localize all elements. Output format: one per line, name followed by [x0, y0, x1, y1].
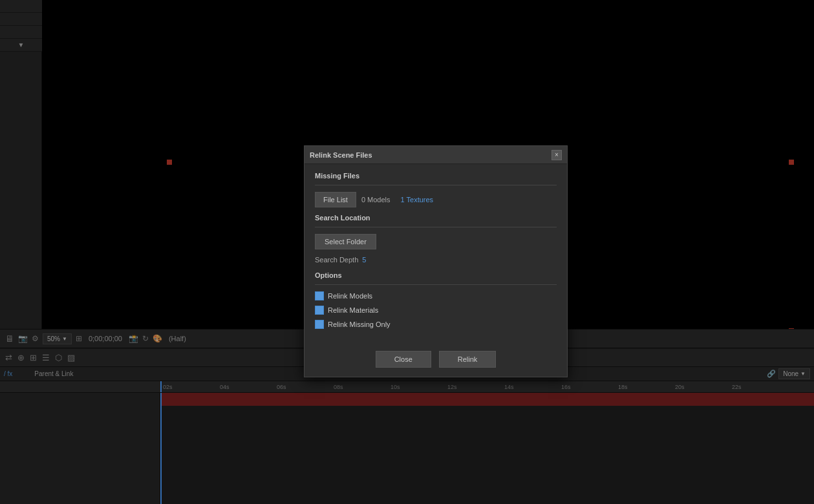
dialog-close-button[interactable]: ×: [552, 150, 562, 160]
dialog-body: Missing Files File List 0 Models 1 Textu…: [305, 164, 567, 344]
close-button[interactable]: Close: [376, 351, 431, 368]
dialog-titlebar: Relink Scene Files ×: [305, 146, 567, 164]
relink-materials-row: Relink Materials: [315, 306, 557, 315]
dialog-footer: Close Relink: [305, 344, 567, 377]
search-location-label: Search Location: [315, 214, 557, 222]
models-count-value: 0 Models: [361, 196, 391, 204]
search-depth-row: Search Depth 5: [315, 256, 557, 264]
search-depth-label: Search Depth: [315, 256, 358, 264]
relink-models-row: Relink Models: [315, 291, 557, 300]
textures-count: 1 Textures: [401, 196, 434, 204]
relink-button[interactable]: Relink: [439, 351, 497, 368]
search-location-divider: [315, 227, 557, 227]
dialog-title: Relink Scene Files: [310, 151, 372, 159]
missing-files-label: Missing Files: [315, 172, 557, 180]
relink-missing-only-row: Relink Missing Only: [315, 320, 557, 329]
file-list-row: File List 0 Models 1 Textures: [315, 192, 557, 207]
models-count: 0 Models: [361, 196, 391, 204]
options-divider: [315, 284, 557, 285]
file-list-button[interactable]: File List: [315, 192, 356, 207]
select-folder-button[interactable]: Select Folder: [315, 234, 376, 249]
relink-materials-checkbox[interactable]: [315, 306, 324, 315]
relink-missing-only-label: Relink Missing Only: [328, 320, 391, 328]
missing-files-divider: [315, 185, 557, 185]
options-label: Options: [315, 271, 557, 279]
relink-missing-only-checkbox[interactable]: [315, 320, 324, 329]
relink-models-label: Relink Models: [328, 292, 372, 300]
textures-count-value: 1 Textures: [401, 196, 434, 204]
search-depth-value[interactable]: 5: [362, 256, 366, 264]
relink-materials-label: Relink Materials: [328, 306, 378, 314]
relink-models-checkbox[interactable]: [315, 291, 324, 300]
relink-scene-files-dialog: Relink Scene Files × Missing Files File …: [304, 145, 568, 377]
options-section: Options Relink Models Relink Materials R…: [315, 271, 557, 329]
